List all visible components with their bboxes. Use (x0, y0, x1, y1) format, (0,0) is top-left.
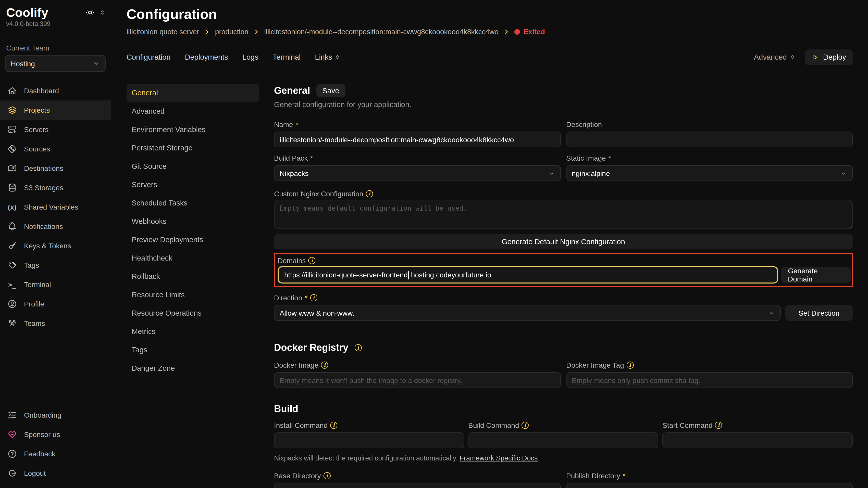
app-version: v4.0.0-beta.399 (0, 20, 111, 28)
section-nav-metrics[interactable]: Metrics (127, 322, 259, 340)
sidebar-item-notifications[interactable]: Notifications (0, 217, 111, 236)
info-icon: i (321, 361, 328, 368)
build-command-input[interactable] (468, 432, 658, 448)
set-direction-button[interactable]: Set Direction (785, 305, 853, 321)
tab-links[interactable]: Links (315, 53, 340, 61)
sidebar-item-teams[interactable]: Teams (0, 314, 111, 333)
sidebar-item-projects[interactable]: Projects (0, 100, 111, 120)
key-icon (7, 241, 17, 251)
map-icon (7, 163, 17, 173)
section-nav-persistent-storage[interactable]: Persistent Storage (127, 139, 259, 157)
name-input[interactable] (274, 132, 561, 148)
section-nav-danger-zone[interactable]: Danger Zone (127, 359, 259, 377)
bell-icon (7, 221, 17, 231)
sidebar-item-profile[interactable]: Profile (0, 294, 111, 314)
nginx-config-textarea[interactable] (274, 200, 853, 229)
sidebar-item-shared-variables[interactable]: (x) Shared Variables (0, 197, 111, 217)
build-pack-label: Build Pack (274, 154, 308, 162)
section-nav-rollback[interactable]: Rollback (127, 267, 259, 286)
sidebar-item-sources[interactable]: Sources (0, 139, 111, 159)
docker-image-tag-input[interactable] (566, 372, 853, 388)
section-nav-resource-operations[interactable]: Resource Operations (127, 304, 259, 322)
sidebar-item-destinations[interactable]: Destinations (0, 159, 111, 178)
sidebar-item-label: Keys & Tokens (24, 242, 71, 250)
sidebar-item-label: Dashboard (24, 87, 59, 95)
main-region: Configuration illicitonion quote server … (111, 0, 868, 488)
page-title: Configuration (127, 6, 853, 23)
status-indicator: Exited (515, 28, 545, 36)
docker-image-tag-label: Docker Image Tag (566, 361, 624, 369)
theme-selector-chevrons-icon[interactable] (99, 9, 105, 16)
section-nav-preview-deployments[interactable]: Preview Deployments (127, 230, 259, 249)
theme-toggle-sun-icon[interactable] (85, 8, 95, 17)
chevron-down-icon (840, 169, 847, 177)
section-nav-advanced[interactable]: Advanced (127, 102, 259, 120)
publish-directory-input[interactable] (566, 483, 853, 488)
tab-logs[interactable]: Logs (242, 53, 258, 61)
user-icon (7, 299, 17, 309)
build-pack-value: Nixpacks (280, 169, 309, 177)
sidebar-item-label: Projects (24, 106, 50, 114)
section-nav-git-source[interactable]: Git Source (127, 157, 259, 175)
sidebar-item-label: Tags (24, 261, 39, 269)
base-directory-label: Base Directory (274, 471, 321, 480)
docker-image-input[interactable] (274, 372, 561, 388)
sidebar-item-terminal[interactable]: >_ Terminal (0, 275, 111, 294)
section-nav-healthcheck[interactable]: Healthcheck (127, 249, 259, 267)
build-pack-select[interactable]: Nixpacks (274, 165, 561, 181)
sidebar-item-onboarding[interactable]: Onboarding (0, 405, 111, 425)
generate-nginx-config-button[interactable]: Generate Default Nginx Configuration (274, 234, 853, 249)
description-input[interactable] (566, 132, 853, 148)
breadcrumb-application[interactable]: illicitestonion/-module--decomposition:m… (264, 28, 499, 36)
domains-input[interactable]: https://illicitonion-quote-server-fronte… (278, 266, 778, 284)
domains-value-before-caret: https://illicitonion-quote-server-fronte… (284, 271, 408, 279)
sidebar-item-servers[interactable]: Servers (0, 120, 111, 139)
sidebar: Coolify v4.0.0-beta.399 Current Team Hos… (0, 0, 111, 488)
tab-configuration[interactable]: Configuration (127, 53, 171, 61)
terminal-icon: >_ (7, 280, 17, 290)
required-asterisk: * (623, 471, 626, 480)
tab-terminal[interactable]: Terminal (273, 53, 301, 61)
docker-image-label: Docker Image (274, 361, 318, 369)
tab-deployments[interactable]: Deployments (185, 53, 228, 61)
nginx-config-label: Custom Nginx Configuration (274, 189, 363, 198)
sidebar-item-s3-storages[interactable]: S3 Storages (0, 178, 111, 197)
tab-links-label: Links (315, 53, 332, 61)
direction-select[interactable]: Allow www & non-www. (274, 305, 781, 321)
sidebar-item-logout[interactable]: Logout (0, 463, 111, 483)
sidebar-item-feedback[interactable]: Feedback (0, 444, 111, 463)
sidebar-item-dashboard[interactable]: Dashboard (0, 81, 111, 100)
generate-domain-button[interactable]: Generate Domain (781, 267, 851, 283)
direction-label: Direction (274, 293, 302, 302)
breadcrumb-environment[interactable]: production (215, 28, 249, 36)
section-nav-scheduled-tasks[interactable]: Scheduled Tasks (127, 194, 259, 212)
section-nav-webhooks[interactable]: Webhooks (127, 212, 259, 230)
tag-icon (7, 260, 17, 270)
info-icon: i (323, 472, 331, 479)
base-directory-input[interactable] (274, 483, 561, 488)
sidebar-item-keys-tokens[interactable]: Keys & Tokens (0, 236, 111, 256)
text-caret (408, 270, 409, 279)
section-nav: General Advanced Environment Variables P… (127, 84, 259, 488)
sidebar-item-label: Terminal (24, 281, 51, 289)
section-nav-resource-limits[interactable]: Resource Limits (127, 286, 259, 304)
breadcrumb-project[interactable]: illicitonion quote server (127, 28, 199, 36)
static-image-select[interactable]: nginx:alpine (566, 165, 853, 181)
team-select[interactable]: Hosting (5, 55, 105, 72)
sidebar-item-tags[interactable]: Tags (0, 256, 111, 275)
advanced-selector[interactable]: Advanced (754, 53, 796, 61)
info-icon: i (330, 421, 337, 429)
required-asterisk: * (609, 154, 611, 162)
save-button[interactable]: Save (316, 84, 345, 97)
info-icon: i (354, 344, 362, 351)
framework-docs-link[interactable]: Framework Specific Docs (460, 454, 537, 462)
section-nav-general[interactable]: General (127, 84, 259, 102)
install-command-input[interactable] (274, 432, 464, 448)
start-command-input[interactable] (662, 432, 853, 448)
deploy-button[interactable]: Deploy (805, 49, 853, 65)
chevrons-up-down-icon (789, 54, 796, 60)
sidebar-item-sponsor-us[interactable]: Sponsor us (0, 425, 111, 444)
section-nav-tags[interactable]: Tags (127, 340, 259, 359)
section-nav-environment-variables[interactable]: Environment Variables (127, 120, 259, 139)
section-nav-servers[interactable]: Servers (127, 175, 259, 194)
